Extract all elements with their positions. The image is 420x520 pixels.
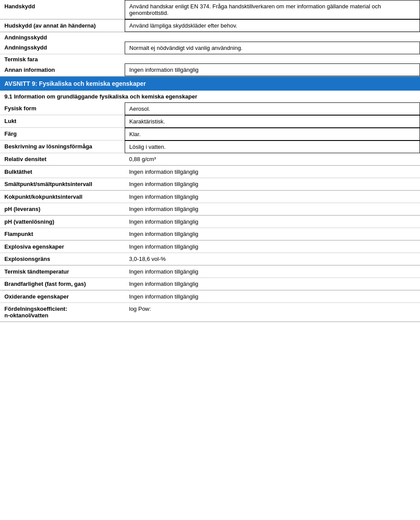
data-row: Brandfarlighet (fast form, gas)Ingen inf… bbox=[0, 278, 420, 290]
row-value: Ingen information tillgänglig bbox=[125, 266, 420, 278]
row-value: Ingen information tillgänglig bbox=[125, 241, 420, 253]
row-label: Fysisk form bbox=[0, 102, 125, 115]
row-label: Andningsskydd bbox=[0, 42, 125, 54]
row-value: Karaktäristisk. bbox=[125, 115, 420, 127]
data-row: Fördelningskoefficient: n-oktanol/vatten… bbox=[0, 303, 420, 322]
row-label: Fördelningskoefficient: n-oktanol/vatten bbox=[0, 303, 125, 322]
row-label: pH (vattenlösning) bbox=[0, 216, 125, 228]
data-row: Oxiderande egenskaperIngen information t… bbox=[0, 291, 420, 303]
page: HandskyddAnvänd handskar enligt EN 374. … bbox=[0, 0, 420, 322]
row-label: Explosiva egenskaper bbox=[0, 241, 125, 253]
row-label: Smältpunkt/smältpunktsintervall bbox=[0, 178, 125, 190]
subsection-header: 9.1 Information om grundläggande fysikal… bbox=[0, 91, 420, 103]
data-row: Termisk tändtemperaturIngen information … bbox=[0, 266, 420, 278]
row-label: Flampunkt bbox=[0, 228, 125, 240]
row-label: Annan information bbox=[0, 64, 125, 76]
data-row: Beskrivning av lösningsförmågaLöslig i v… bbox=[0, 141, 420, 153]
row-label: Handskydd bbox=[0, 0, 125, 19]
data-row: Hudskydd (av annat än händerna)Använd lä… bbox=[0, 20, 420, 32]
row-label: Beskrivning av lösningsförmåga bbox=[0, 141, 125, 153]
row-value: Använd handskar enligt EN 374. Fråga han… bbox=[125, 0, 420, 19]
section-header: AVSNITT 9: Fysikaliska och kemiska egens… bbox=[0, 77, 420, 91]
group-header: Andningsskydd bbox=[0, 32, 420, 42]
data-row: HandskyddAnvänd handskar enligt EN 374. … bbox=[0, 0, 420, 19]
row-value: Ingen information tillgänglig bbox=[125, 228, 420, 240]
main-table: HandskyddAnvänd handskar enligt EN 374. … bbox=[0, 0, 420, 322]
subsection-header-row: 9.1 Information om grundläggande fysikal… bbox=[0, 91, 420, 103]
row-value: Ingen information tillgänglig bbox=[125, 203, 420, 215]
group-header-row: Termisk fara bbox=[0, 54, 420, 64]
data-row: Fysisk formAerosol. bbox=[0, 102, 420, 115]
data-row: AndningsskyddNormalt ej nödvändigt vid v… bbox=[0, 42, 420, 54]
section-header-row: AVSNITT 9: Fysikaliska och kemiska egens… bbox=[0, 77, 420, 91]
row-value: Aerosol. bbox=[125, 102, 420, 115]
row-value: Klar. bbox=[125, 128, 420, 140]
row-value: 3,0-18,6 vol-% bbox=[125, 253, 420, 265]
data-row: FärgKlar. bbox=[0, 128, 420, 140]
data-row: FlampunktIngen information tillgänglig bbox=[0, 228, 420, 240]
row-label: Hudskydd (av annat än händerna) bbox=[0, 20, 125, 32]
row-value: Använd lämpliga skyddskläder efter behov… bbox=[125, 20, 420, 32]
row-label: Relativ densitet bbox=[0, 153, 125, 165]
data-row: Annan informationIngen information tillg… bbox=[0, 64, 420, 76]
row-value: Löslig i vatten. bbox=[125, 141, 420, 153]
row-label: Explosionsgräns bbox=[0, 253, 125, 265]
data-row: Relativ densitet0,88 g/cm³ bbox=[0, 153, 420, 165]
row-label: Brandfarlighet (fast form, gas) bbox=[0, 278, 125, 290]
group-header: Termisk fara bbox=[0, 54, 420, 64]
separator-row bbox=[0, 322, 420, 322]
row-label: pH (leverans) bbox=[0, 203, 125, 215]
data-row: LuktKaraktäristisk. bbox=[0, 115, 420, 127]
data-row: Explosionsgräns3,0-18,6 vol-% bbox=[0, 253, 420, 265]
row-value: 0,88 g/cm³ bbox=[125, 153, 420, 165]
row-label: Färg bbox=[0, 128, 125, 140]
data-row: pH (vattenlösning)Ingen information till… bbox=[0, 216, 420, 228]
data-row: Smältpunkt/smältpunktsintervallIngen inf… bbox=[0, 178, 420, 190]
row-value: Ingen information tillgänglig bbox=[125, 191, 420, 203]
row-label: Kokpunkt/kokpunktsintervall bbox=[0, 191, 125, 203]
row-label: Lukt bbox=[0, 115, 125, 127]
row-value: Ingen information tillgänglig bbox=[125, 178, 420, 190]
row-value: Ingen information tillgänglig bbox=[125, 64, 420, 76]
row-label: Bulktäthet bbox=[0, 166, 125, 178]
row-value: Ingen information tillgänglig bbox=[125, 291, 420, 303]
data-row: Explosiva egenskaperIngen information ti… bbox=[0, 241, 420, 253]
row-label: Termisk tändtemperatur bbox=[0, 266, 125, 278]
row-label: Oxiderande egenskaper bbox=[0, 291, 125, 303]
row-value: Ingen information tillgänglig bbox=[125, 278, 420, 290]
data-row: pH (leverans)Ingen information tillgängl… bbox=[0, 203, 420, 215]
row-value: Ingen information tillgänglig bbox=[125, 216, 420, 228]
row-value: Normalt ej nödvändigt vid vanlig användn… bbox=[125, 42, 420, 54]
row-value: Ingen information tillgänglig bbox=[125, 166, 420, 178]
data-row: Kokpunkt/kokpunktsintervallIngen informa… bbox=[0, 191, 420, 203]
row-value: log Pow: bbox=[125, 303, 420, 322]
data-row: BulktäthetIngen information tillgänglig bbox=[0, 166, 420, 178]
group-header-row: Andningsskydd bbox=[0, 32, 420, 42]
